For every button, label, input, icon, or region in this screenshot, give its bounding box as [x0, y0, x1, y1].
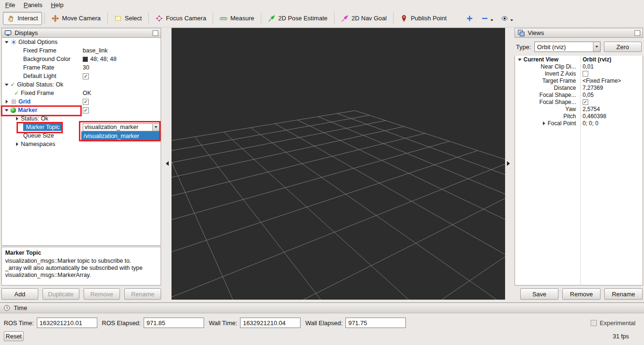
view-row-pitch-8[interactable]: Pitch0,460398: [515, 112, 643, 120]
checkbox[interactable]: ✓: [83, 107, 89, 113]
row-label: Global Options: [18, 39, 58, 45]
experimental-checkbox[interactable]: [591, 320, 597, 326]
expander-down-icon[interactable]: [4, 107, 9, 113]
display-row-status-ok[interactable]: Status: Ok: [2, 114, 161, 123]
time-field-input[interactable]: 1632921210.04: [240, 318, 301, 328]
reset-button[interactable]: Reset: [4, 331, 24, 341]
rename-button[interactable]: Rename: [604, 288, 643, 300]
checkbox[interactable]: ✓: [83, 73, 89, 79]
expander-right-icon[interactable]: [14, 116, 20, 121]
row-label: Focal Shape...: [540, 92, 576, 98]
menu-item-file[interactable]: File: [1, 0, 19, 9]
row-value-cell: [81, 114, 161, 123]
menu-item-panels[interactable]: Panels: [19, 0, 47, 9]
display-row-global-status-ok[interactable]: ✓Global Status: Ok: [2, 80, 161, 89]
view-row-target-frame-3[interactable]: Target Frame<Fixed Frame>: [515, 77, 643, 84]
displays-panel-header: Displays: [1, 28, 161, 38]
row-value-cell: Orbit (rviz): [580, 56, 643, 63]
view-row-distance-4[interactable]: Distance7,27369: [515, 84, 643, 91]
tool-visibility-button[interactable]: [498, 12, 516, 25]
save-button[interactable]: Save: [520, 288, 558, 300]
row-value-cell: ✓: [81, 72, 161, 80]
time-field-input[interactable]: 971.85: [144, 318, 204, 328]
topic-combo[interactable]: visualization_marker: [83, 123, 160, 131]
ground-grid: [172, 28, 505, 300]
tool-focus-camera[interactable]: Focus Camera: [151, 12, 210, 25]
display-row-default-light[interactable]: Default Light✓: [2, 72, 161, 80]
display-row-background-color[interactable]: Background Color48; 48; 48: [2, 55, 161, 63]
display-row-marker-topic[interactable]: Marker Topicvisualization_marker: [2, 123, 161, 131]
tool-publish-point[interactable]: Publish Point: [396, 12, 451, 25]
tool-interact[interactable]: Interact: [3, 12, 42, 25]
duplicate-button: Duplicate: [43, 288, 79, 300]
render-viewport-3d[interactable]: [172, 28, 505, 300]
row-label: Invert Z Axis: [545, 70, 576, 77]
add-tool-button[interactable]: [463, 12, 476, 25]
move-camera-icon: [52, 15, 59, 22]
collapse-right-panel-arrow[interactable]: [507, 161, 510, 166]
toolbar-separator: [44, 13, 45, 24]
expander-right-icon[interactable]: [4, 99, 9, 104]
row-value-cell: visualization_marker: [81, 123, 161, 131]
expander-right-icon[interactable]: [14, 141, 20, 147]
row-value-cell: 0,460398: [580, 112, 643, 120]
tool-move-camera[interactable]: Move Camera: [47, 12, 105, 25]
time-field-value: 971.75: [348, 319, 367, 327]
toolbar-separator: [393, 13, 394, 24]
views-panel-header: Views: [515, 28, 643, 38]
tool-2d-pose-estimate[interactable]: 2D Pose Estimate: [264, 12, 332, 25]
view-row-near-clip-di-1[interactable]: Near Clip Di...0,01: [515, 63, 643, 70]
expander-down-icon[interactable]: [517, 57, 523, 62]
display-row-frame-rate[interactable]: Frame Rate30: [2, 63, 161, 72]
view-row-yaw-7[interactable]: Yaw2,5754: [515, 105, 643, 112]
toolbar-separator: [213, 13, 213, 24]
time-field-ros-time: ROS Time:1632921210.01: [4, 318, 97, 328]
display-row-namespaces[interactable]: Namespaces: [2, 140, 161, 148]
displays-float-button[interactable]: [153, 30, 158, 36]
combo-arrow-button[interactable]: [152, 124, 159, 131]
clock-icon: [3, 304, 10, 311]
time-field-input[interactable]: 1632921210.01: [37, 318, 97, 328]
expander-right-icon[interactable]: [541, 121, 547, 126]
row-label-cell: Frame Rate: [2, 63, 81, 72]
views-float-button[interactable]: [635, 30, 640, 36]
remove-tool-button[interactable]: [478, 12, 496, 25]
display-row-fixed-frame[interactable]: Fixed Framebase_link: [2, 46, 161, 55]
tool-select[interactable]: Select: [110, 12, 146, 25]
display-row-marker[interactable]: Marker✓: [2, 106, 161, 114]
view-row-current-view-0[interactable]: Current ViewOrbit (rviz): [515, 56, 643, 63]
toolbar-separator: [148, 13, 149, 24]
combo-arrow-button[interactable]: [593, 42, 600, 52]
collapse-left-panel-arrow[interactable]: [166, 161, 169, 166]
tool-2d-nav-goal[interactable]: 2D Nav Goal: [337, 12, 391, 25]
row-label-cell: Global Options: [2, 38, 81, 46]
tool-measure[interactable]: Measure: [215, 12, 258, 25]
checkbox[interactable]: ✓: [583, 99, 588, 105]
view-row-focal-point-9[interactable]: Focal Point0; 0; 0: [515, 120, 643, 127]
topic-dropdown-option[interactable]: /visualization_marker: [82, 132, 159, 140]
time-field-input[interactable]: 971.75: [345, 318, 406, 328]
zero-button[interactable]: Zero: [604, 42, 642, 52]
view-row-focal-shape-6[interactable]: Focal Shape...✓: [515, 98, 643, 105]
views-panel-title: Views: [528, 29, 544, 36]
remove-button[interactable]: Remove: [562, 288, 601, 300]
expander-down-icon[interactable]: [4, 39, 9, 45]
expander-down-icon[interactable]: [4, 82, 9, 87]
view-row-focal-shape-5[interactable]: Focal Shape...0,05: [515, 91, 643, 98]
view-row-invert-z-axis-2[interactable]: Invert Z Axis: [515, 70, 643, 77]
time-field-value: 971.85: [146, 319, 165, 327]
row-value: <Fixed Frame>: [583, 78, 621, 84]
checkbox[interactable]: ✓: [83, 99, 89, 105]
checkbox[interactable]: [583, 71, 588, 77]
display-row-fixed-frame[interactable]: ✓Fixed FrameOK: [2, 89, 161, 97]
chevron-down-icon: [595, 46, 598, 48]
add-button[interactable]: Add: [1, 288, 38, 300]
view-type-combo[interactable]: Orbit (rviz): [534, 42, 601, 52]
display-row-grid[interactable]: Grid✓: [2, 97, 161, 106]
display-row-global-options[interactable]: Global Options: [2, 38, 161, 46]
menu-item-help[interactable]: Help: [47, 0, 68, 9]
views-tree: Current ViewOrbit (rviz)Near Clip Di...0…: [515, 56, 643, 285]
row-value-cell: [580, 70, 643, 77]
time-panel: Time ROS Time:1632921210.01ROS Elapsed:9…: [0, 302, 644, 345]
row-label: Fixed Frame: [21, 90, 54, 96]
